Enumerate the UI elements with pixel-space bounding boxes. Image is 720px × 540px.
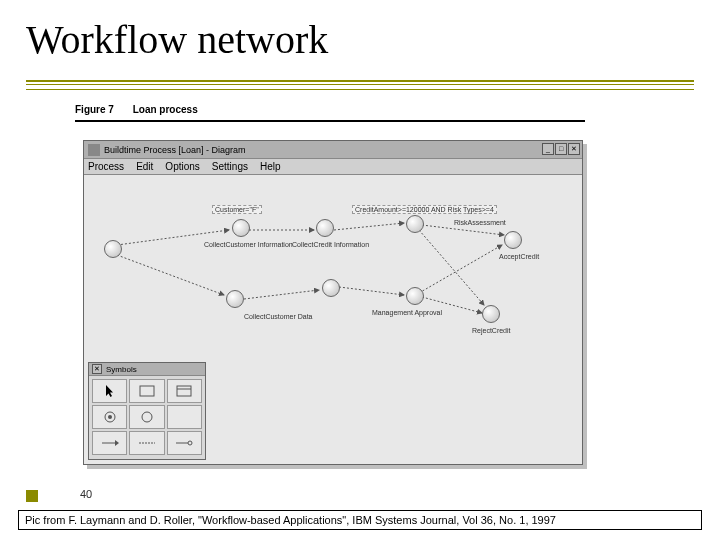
connector-icon <box>138 439 156 447</box>
svg-line-8 <box>419 230 484 305</box>
title-rule-double <box>26 84 694 90</box>
palette-titlebar: ✕ Symbols <box>89 363 205 376</box>
menu-edit[interactable]: Edit <box>136 161 153 172</box>
svg-point-19 <box>188 441 192 445</box>
app-window: Buildtime Process [Loan] - Diagram _ □ ✕… <box>83 140 583 465</box>
menu-process[interactable]: Process <box>88 161 124 172</box>
edge-label-credit-amount: CreditAmount>=120000 AND Risk Types>=4 <box>352 205 497 214</box>
figure-caption: Loan process <box>133 104 198 115</box>
circle-icon <box>140 410 154 424</box>
palette-item-gear[interactable] <box>92 405 127 429</box>
close-button[interactable]: ✕ <box>568 143 580 155</box>
arrow-icon <box>101 439 119 447</box>
svg-line-9 <box>419 245 502 293</box>
node-collect-customer-data[interactable] <box>226 290 244 308</box>
node-risk-assessment[interactable] <box>406 215 424 233</box>
figure-number: Figure 7 <box>75 104 114 115</box>
label-collect-credit-info: CollectCredit Information <box>292 241 369 248</box>
minimize-button[interactable]: _ <box>542 143 554 155</box>
label-collect-customer-data: CollectCustomer Data <box>244 313 312 320</box>
endpoint-icon <box>175 439 193 447</box>
rect-icon <box>139 385 155 397</box>
node-start[interactable] <box>104 240 122 258</box>
gear-icon <box>103 410 117 424</box>
palette-close-button[interactable]: ✕ <box>92 364 102 374</box>
palette-item-window[interactable] <box>167 379 202 403</box>
window-title: Buildtime Process [Loan] - Diagram <box>104 145 246 155</box>
label-reject-credit: RejectCredit <box>472 327 511 334</box>
title-rule <box>26 80 694 82</box>
svg-rect-10 <box>140 386 154 396</box>
palette-item-rect[interactable] <box>129 379 164 403</box>
menu-options[interactable]: Options <box>165 161 199 172</box>
titlebar: Buildtime Process [Loan] - Diagram _ □ ✕ <box>84 141 582 159</box>
slide-marker <box>26 490 38 502</box>
label-accept-credit: AcceptCredit <box>499 253 539 260</box>
app-icon <box>88 144 100 156</box>
svg-line-1 <box>117 255 224 295</box>
node-management-approval[interactable] <box>406 287 424 305</box>
palette-item-pointer[interactable] <box>92 379 127 403</box>
svg-line-6 <box>422 225 504 235</box>
svg-line-5 <box>339 287 404 295</box>
palette-grid <box>89 376 205 458</box>
svg-line-3 <box>244 290 319 299</box>
palette-item-endpoint[interactable] <box>167 431 202 455</box>
symbols-palette[interactable]: ✕ Symbols <box>88 362 206 460</box>
svg-rect-11 <box>177 386 191 396</box>
palette-item-empty[interactable] <box>167 405 202 429</box>
window-icon <box>176 385 192 397</box>
maximize-button[interactable]: □ <box>555 143 567 155</box>
palette-title-text: Symbols <box>106 365 137 374</box>
node-accept-credit[interactable] <box>504 231 522 249</box>
figure-label: Figure 7 Loan process <box>75 104 198 115</box>
edge-label-customer: Customer="F" <box>212 205 262 214</box>
menu-help[interactable]: Help <box>260 161 281 172</box>
slide-title: Workflow network <box>0 0 720 62</box>
label-management-approval: Management Approval <box>372 309 442 316</box>
svg-point-15 <box>142 412 152 422</box>
diagram-canvas[interactable]: CollectCustomer Information Customer="F"… <box>84 175 582 464</box>
menubar: Process Edit Options Settings Help <box>84 159 582 175</box>
node-reject-credit[interactable] <box>482 305 500 323</box>
palette-item-circle[interactable] <box>129 405 164 429</box>
figure-rule <box>75 120 585 122</box>
label-risk-assessment: RiskAssessment <box>454 219 506 226</box>
citation: Pic from F. Laymann and D. Roller, "Work… <box>18 510 702 530</box>
label-collect-customer-info: CollectCustomer Information <box>204 241 293 248</box>
palette-item-connector[interactable] <box>129 431 164 455</box>
node-collect-customer-info[interactable] <box>232 219 250 237</box>
pointer-icon <box>104 384 116 398</box>
palette-item-arrow[interactable] <box>92 431 127 455</box>
slide-number: 40 <box>80 488 92 500</box>
svg-point-14 <box>108 415 112 419</box>
menu-settings[interactable]: Settings <box>212 161 248 172</box>
node-collect-credit-info[interactable] <box>316 219 334 237</box>
window-controls: _ □ ✕ <box>542 143 580 155</box>
svg-line-4 <box>334 223 404 230</box>
node-mid[interactable] <box>322 279 340 297</box>
